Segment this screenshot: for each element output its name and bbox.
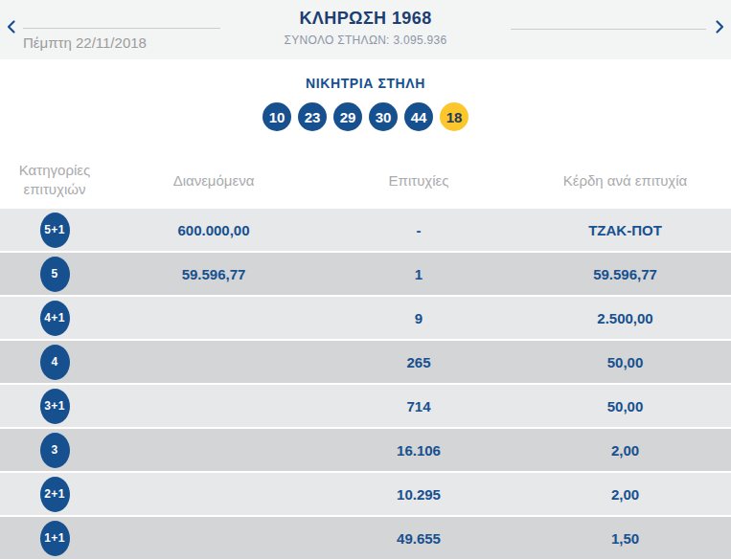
- table-row: 2+110.2952,00: [0, 473, 731, 515]
- winning-number-ball: 29: [333, 102, 362, 131]
- prize-cell: ΤΖΑΚ-ΠΟΤ: [519, 222, 731, 238]
- category-cell: 3+1: [0, 389, 109, 424]
- winners-cell: 714: [318, 398, 519, 414]
- column-header-winners: Επιτυχίες: [318, 172, 519, 189]
- category-cell: 4: [0, 345, 109, 380]
- winners-cell: 9: [318, 310, 519, 326]
- table-row: 3+171450,00: [0, 385, 731, 427]
- next-draw-button[interactable]: [712, 19, 727, 34]
- winners-cell: 1: [318, 266, 519, 282]
- previous-draw-button[interactable]: [4, 19, 19, 34]
- prize-cell: 1,50: [519, 530, 731, 547]
- category-cell: 5: [0, 257, 109, 292]
- winning-number-ball: 23: [298, 102, 327, 131]
- category-badge: 5: [40, 257, 70, 292]
- category-badge: 5+1: [40, 213, 70, 248]
- column-header-distributed: Διανεμόμενα: [109, 172, 318, 189]
- winners-cell: 265: [318, 354, 519, 370]
- prize-cell: 59.596,77: [519, 266, 731, 282]
- draw-navigation-bar: Πέμπτη 22/11/2018 ΚΛΗΡΩΣΗ 1968 ΣΥΝΟΛΟ ΣΤ…: [0, 0, 731, 59]
- category-badge: 2+1: [40, 477, 70, 512]
- table-row: 316.1062,00: [0, 429, 731, 471]
- category-cell: 1+1: [0, 521, 109, 556]
- category-cell: 5+1: [0, 213, 109, 248]
- winners-cell: 10.295: [318, 486, 519, 503]
- column-header-category: Κατηγορίες επιτυχιών: [0, 161, 109, 200]
- winning-number-ball: 44: [404, 102, 433, 131]
- distributed-cell: 59.596,77: [109, 266, 318, 282]
- category-badge: 3+1: [40, 389, 70, 424]
- chevron-right-icon: [712, 19, 727, 34]
- prize-cell: 2,00: [519, 486, 731, 503]
- category-badge: 3: [40, 433, 70, 468]
- total-columns: ΣΥΝΟΛΟ ΣΤΗΛΩΝ: 3.095.936: [285, 34, 447, 47]
- prize-table: Κατηγορίες επιτυχιών Διανεμόμενα Επιτυχί…: [0, 153, 731, 559]
- chevron-left-icon: [4, 19, 19, 34]
- category-badge: 4+1: [40, 301, 70, 336]
- winning-numbers: 102329304418: [0, 102, 731, 131]
- table-row: 559.596,77159.596,77: [0, 253, 731, 295]
- category-cell: 3: [0, 433, 109, 468]
- prize-table-body: 5+1600.000,00-ΤΖΑΚ-ΠΟΤ559.596,77159.596,…: [0, 209, 731, 559]
- table-row: 5+1600.000,00-ΤΖΑΚ-ΠΟΤ: [0, 209, 731, 251]
- category-badge: 1+1: [40, 521, 70, 556]
- category-cell: 2+1: [0, 477, 109, 512]
- prize-cell: 50,00: [519, 398, 731, 414]
- prize-cell: 2.500,00: [519, 310, 731, 326]
- winners-cell: 49.655: [318, 530, 519, 547]
- prize-table-header: Κατηγορίες επιτυχιών Διανεμόμενα Επιτυχί…: [0, 153, 731, 207]
- winners-cell: 16.106: [318, 442, 519, 459]
- winners-cell: -: [318, 222, 519, 238]
- distributed-cell: 600.000,00: [109, 222, 318, 238]
- right-divider-line: [511, 29, 706, 30]
- column-header-prize: Κέρδη ανά επιτυχία: [519, 172, 731, 189]
- prize-cell: 2,00: [519, 442, 731, 459]
- draw-date: Πέμπτη 22/11/2018: [23, 34, 147, 51]
- category-badge: 4: [40, 345, 70, 380]
- draw-title: ΚΛΗΡΩΣΗ 1968: [285, 9, 447, 29]
- prize-cell: 50,00: [519, 354, 731, 370]
- winning-number-ball: 10: [263, 102, 291, 131]
- table-row: 4+192.500,00: [0, 297, 731, 339]
- table-row: 426550,00: [0, 341, 731, 383]
- winning-column-section: ΝΙΚΗΤΡΙΑ ΣΤΗΛΗ 102329304418: [0, 59, 731, 153]
- category-cell: 4+1: [0, 301, 109, 336]
- bonus-number-ball: 18: [440, 102, 468, 131]
- table-row: 1+149.6551,50: [0, 517, 731, 559]
- winning-column-label: ΝΙΚΗΤΡΙΑ ΣΤΗΛΗ: [0, 59, 731, 91]
- winning-number-ball: 30: [369, 102, 398, 131]
- left-divider-line: [23, 28, 220, 29]
